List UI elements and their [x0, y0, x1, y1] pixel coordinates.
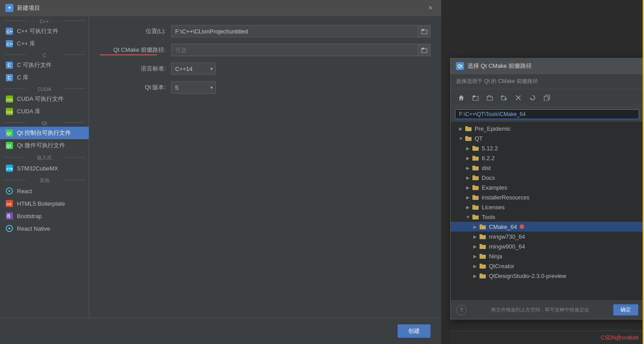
section-label-cpp: C++	[0, 16, 89, 25]
svg-rect-71	[480, 264, 482, 265]
svg-rect-44	[465, 137, 472, 141]
tree-item[interactable]: ▶ Licenses	[451, 202, 644, 212]
svg-rect-49	[472, 156, 475, 157]
sidebar-item-label: C++ 可执行文件	[17, 27, 58, 35]
cmake-prefix-browse-button[interactable]	[418, 44, 431, 56]
qt-version-select-wrapper: 5 6	[171, 81, 216, 94]
tree-item-label: QtCreator	[489, 263, 514, 269]
c-exe-icon: C	[5, 61, 13, 69]
tree-item[interactable]: ▶ Ninja	[451, 251, 644, 261]
svg-rect-29	[422, 48, 424, 50]
svg-rect-61	[472, 215, 475, 216]
fb-tree: ▶ Pre_Epidemic ▼ QT ▶ 5.12.2 ▶	[451, 122, 644, 300]
sidebar-item-label: C 库	[17, 74, 29, 82]
cmake-prefix-row: Qt CMake 前缀路径:	[100, 44, 431, 56]
fb-footer: ? 将文件拖放到上方空间，即可在树中快速定位 确定	[451, 300, 644, 319]
lang-standard-select[interactable]: C++14 C++11 C++17 C++20	[171, 62, 216, 75]
folder-icon	[472, 184, 479, 191]
tree-item[interactable]: ▼ QT	[451, 133, 644, 143]
sidebar-item-html5[interactable]: H5 HTML5 Boilerplate	[0, 197, 89, 210]
svg-marker-30	[459, 95, 464, 100]
sidebar-item-label: Qt 控制台可执行文件	[17, 129, 71, 137]
qt-version-select[interactable]: 5 6	[171, 81, 216, 94]
svg-text:CUDA: CUDA	[6, 98, 13, 102]
cmake-prefix-input[interactable]	[171, 44, 418, 56]
sidebar-item-c-lib[interactable]: C C 库	[0, 71, 89, 84]
folder-icon	[472, 154, 479, 162]
location-browse-button[interactable]	[418, 25, 431, 37]
tree-item[interactable]: ▶ Pre_Epidemic	[451, 124, 644, 133]
folder-icon	[465, 125, 472, 132]
qt-widget-icon: Qt	[5, 141, 13, 149]
folder-icon	[479, 243, 486, 250]
svg-point-19	[8, 190, 10, 192]
help-icon[interactable]: ?	[456, 305, 467, 315]
tree-item[interactable]: ▼ Tools	[451, 212, 644, 222]
section-label-c: C	[0, 50, 89, 59]
tree-item[interactable]: ▶ Docs	[451, 173, 644, 182]
tree-item-label: QtDesignStudio-2.3.0-preview	[489, 273, 566, 279]
sidebar-item-qt-console[interactable]: Qt Qt 控制台可执行文件	[0, 127, 89, 139]
tree-item[interactable]: ▶ mingw730_64	[451, 232, 644, 241]
sidebar-item-cuda-exe[interactable]: CUDA CUDA 可执行文件	[0, 93, 89, 105]
sidebar-item-cpp-lib[interactable]: C++ C++ 库	[0, 37, 89, 50]
tree-item-label: 6.2.2	[482, 155, 495, 162]
svg-rect-57	[472, 195, 475, 196]
fb-folder-button[interactable]	[469, 92, 482, 104]
lang-standard-input-wrap: C++14 C++11 C++17 C++20	[171, 62, 431, 75]
qt-version-input-wrap: 5 6	[171, 81, 431, 94]
fb-copy-button[interactable]	[541, 92, 553, 104]
sidebar-item-cuda-lib[interactable]: CUDA CUDA 库	[0, 105, 89, 118]
dialog-titlebar: ✦ 新建项目 ×	[0, 0, 441, 16]
create-button[interactable]: 创建	[398, 324, 431, 338]
location-input[interactable]	[171, 25, 418, 37]
tree-item[interactable]: ▶ Examples	[451, 182, 644, 192]
fb-titlebar: Qt 选择 Qt CMake 前缀路径	[451, 58, 644, 74]
tree-item-label: installerResources	[482, 194, 529, 201]
sidebar-item-label: Bootstrap	[17, 213, 42, 220]
svg-rect-54	[472, 186, 479, 190]
svg-rect-42	[465, 127, 472, 131]
fb-home-button[interactable]	[455, 92, 468, 104]
svg-rect-51	[472, 166, 475, 167]
tree-item[interactable]: ▶ dist	[451, 163, 644, 173]
cmake-prefix-label: Qt CMake 前缀路径:	[100, 46, 171, 54]
close-button[interactable]: ×	[425, 3, 436, 13]
svg-text:Qt: Qt	[7, 131, 11, 136]
tree-item[interactable]: ▶ 5.12.2	[451, 143, 644, 153]
tree-item-cmake64[interactable]: ▶ CMake_64	[451, 222, 644, 232]
sidebar-item-c-exe[interactable]: C C 可执行文件	[0, 59, 89, 71]
fb-new-folder-button[interactable]	[498, 92, 510, 104]
tree-item[interactable]: ▶ QtCreator	[451, 261, 644, 271]
fb-refresh-button[interactable]	[526, 92, 539, 104]
sidebar-item-label: C 可执行文件	[17, 61, 52, 69]
svg-rect-27	[422, 29, 424, 31]
tree-item[interactable]: ▶ mingw900_64	[451, 241, 644, 251]
tree-chevron: ▶	[465, 174, 471, 181]
tree-item[interactable]: ▶ QtDesignStudio-2.3.0-preview	[451, 271, 644, 281]
sidebar-item-label: CUDA 库	[17, 108, 41, 116]
tree-item-label: mingw900_64	[489, 243, 525, 250]
section-label-embedded: 嵌入式	[0, 152, 89, 162]
sidebar-item-bootstrap[interactable]: B Bootstrap	[0, 210, 89, 222]
cpp-lib-icon: C++	[5, 40, 13, 48]
tree-item[interactable]: ▶ 6.2.2	[451, 153, 644, 163]
tree-item[interactable]: ▶ installerResources	[451, 192, 644, 202]
svg-text:H5: H5	[7, 202, 12, 206]
sidebar-item-label: CUDA 可执行文件	[17, 95, 64, 103]
tree-item-label: dist	[482, 165, 491, 171]
fb-footer-text: 将文件拖放到上方空间，即可在树中快速定位	[491, 307, 589, 313]
svg-rect-45	[465, 136, 468, 137]
fb-confirm-button[interactable]: 确定	[613, 304, 638, 315]
folder-icon	[479, 253, 486, 260]
fb-folder-open-button[interactable]	[484, 92, 496, 104]
sidebar-item-stm32[interactable]: STM STM32CubeMX	[0, 162, 89, 174]
sidebar-item-qt-widget[interactable]: Qt Qt 微件可执行文件	[0, 139, 89, 152]
sidebar-item-react[interactable]: React	[0, 185, 89, 197]
folder-icon	[472, 164, 479, 171]
sidebar: C++ C++ C++ 可执行文件 C++ C++ 库 C C C 可执行文件	[0, 16, 89, 318]
sidebar-item-react-native[interactable]: React Native	[0, 222, 89, 235]
sidebar-item-cpp-exe[interactable]: C++ C++ 可执行文件	[0, 25, 89, 37]
fb-path-input[interactable]	[455, 109, 639, 119]
fb-close-button[interactable]	[512, 92, 525, 104]
